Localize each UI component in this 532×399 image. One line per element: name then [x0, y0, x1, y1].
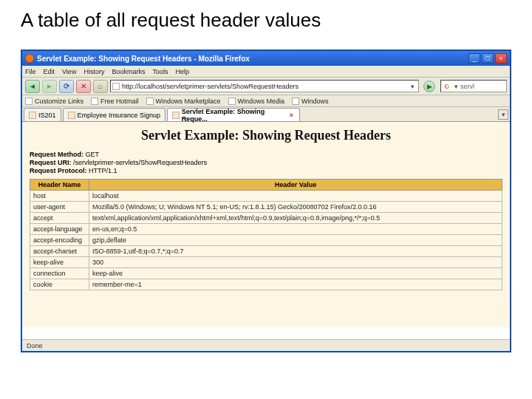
reload-button[interactable]: ⟳ [59, 80, 74, 93]
menu-bookmarks[interactable]: Bookmarks [112, 68, 145, 75]
request-protocol-line: Request Protocol: HTTP/1.1 [30, 167, 502, 174]
header-name-cell: connection [30, 268, 89, 279]
header-value-cell: ISO-8859-1,utf-8;q=0.7,*;q=0.7 [89, 246, 502, 257]
col-header-value: Header Value [89, 180, 502, 191]
header-name-cell: user-agent [30, 202, 89, 213]
window-minimize-button[interactable]: _ [468, 53, 480, 64]
tab-list-dropdown-icon[interactable]: ▾ [498, 109, 508, 120]
header-name-cell: cookie [30, 279, 89, 290]
table-row: user-agentMozilla/5.0 (Windows; U; Windo… [30, 202, 502, 213]
window-close-button[interactable]: × [495, 53, 507, 64]
header-name-cell: accept-charset [30, 246, 89, 257]
search-engine-dropdown-icon[interactable]: ▾ [451, 83, 460, 90]
bookmark-free-hotmail[interactable]: Free Hotmail [91, 98, 139, 105]
bookmarks-toolbar: Customize Links Free Hotmail Windows Mar… [22, 95, 510, 107]
menu-edit[interactable]: Edit [44, 68, 55, 75]
url-text[interactable]: http://localhost/servletprimer-servlets/… [122, 83, 408, 90]
menubar: File Edit View History Bookmarks Tools H… [22, 66, 510, 78]
stop-button[interactable]: ✕ [76, 80, 91, 93]
search-box[interactable]: G ▾ servl [440, 80, 507, 92]
bookmark-customize-links[interactable]: Customize Links [25, 98, 83, 105]
bookmark-windows-media[interactable]: Windows Media [228, 98, 285, 105]
headers-table: Header Name Header Value hostlocalhostus… [30, 179, 502, 290]
search-input[interactable]: servl [460, 83, 505, 90]
header-name-cell: accept [30, 213, 89, 224]
table-row: hostlocalhost [30, 191, 502, 202]
url-dropdown-icon[interactable]: ▾ [408, 83, 417, 90]
header-value-cell: remember-me=1 [89, 279, 502, 290]
tab-label: IS201 [38, 112, 56, 119]
status-text: Done [27, 342, 43, 349]
menu-file[interactable]: File [25, 68, 36, 75]
header-value-cell: localhost [89, 191, 502, 202]
window-titlebar: Servlet Example: Showing Request Headers… [22, 51, 510, 66]
bookmark-icon [292, 98, 299, 105]
table-row: accept-charsetISO-8859-1,utf-8;q=0.7,*;q… [30, 246, 502, 257]
request-uri-line: Request URI: /servletprimer-servlets/Sho… [30, 159, 502, 166]
window-maximize-button[interactable]: □ [482, 53, 494, 64]
col-header-name: Header Name [30, 180, 89, 191]
tab-favicon-icon [172, 112, 180, 119]
home-button[interactable]: ⌂ [93, 80, 108, 93]
tab-label: Servlet Example: Showing Reque... [182, 108, 286, 123]
tab-servlet-example[interactable]: Servlet Example: Showing Reque... × [167, 108, 300, 121]
header-value-cell: en-us,en;q=0.5 [89, 224, 502, 235]
bookmark-icon [25, 98, 33, 105]
header-name-cell: keep-alive [30, 257, 89, 268]
slide-title: A table of all request header values [0, 0, 532, 36]
page-content: Servlet Example: Showing Request Headers… [22, 122, 510, 327]
forward-button[interactable]: ► [42, 80, 57, 93]
header-name-cell: host [30, 191, 89, 202]
page-heading: Servlet Example: Showing Request Headers [30, 128, 502, 143]
status-bar: Done [22, 339, 510, 351]
menu-view[interactable]: View [62, 68, 76, 75]
tab-employee-insurance[interactable]: Employee Insurance Signup [63, 108, 166, 121]
request-method-line: Request Method: GET [30, 151, 502, 158]
header-value-cell: 300 [89, 257, 502, 268]
nav-toolbar: ◄ ► ⟳ ✕ ⌂ http://localhost/servletprimer… [22, 78, 510, 95]
bookmark-icon [91, 98, 98, 105]
tab-is201[interactable]: IS201 [24, 108, 61, 121]
header-value-cell: text/xml,application/xml,application/xht… [89, 213, 502, 224]
table-row: accepttext/xml,application/xml,applicati… [30, 213, 502, 224]
bookmark-icon [146, 98, 154, 105]
firefox-icon [25, 54, 34, 63]
header-name-cell: accept-language [30, 224, 89, 235]
table-row: accept-encodinggzip,deflate [30, 235, 502, 246]
go-button[interactable]: ▶ [423, 81, 435, 92]
header-value-cell: Mozilla/5.0 (Windows; U; Windows NT 5.1;… [89, 202, 502, 213]
tab-favicon-icon [29, 112, 36, 119]
header-value-cell: gzip,deflate [89, 235, 502, 246]
back-button[interactable]: ◄ [25, 80, 40, 93]
browser-window: Servlet Example: Showing Request Headers… [21, 50, 511, 352]
table-row: keep-alive300 [30, 257, 502, 268]
bookmark-windows-marketplace[interactable]: Windows Marketplace [146, 98, 221, 105]
address-bar[interactable]: http://localhost/servletprimer-servlets/… [110, 80, 419, 92]
tab-favicon-icon [68, 112, 75, 119]
table-row: accept-languageen-us,en;q=0.5 [30, 224, 502, 235]
menu-help[interactable]: Help [175, 68, 189, 75]
header-value-cell: keep-alive [89, 268, 502, 279]
menu-history[interactable]: History [83, 68, 104, 75]
table-row: cookieremember-me=1 [30, 279, 502, 290]
page-icon [112, 83, 120, 90]
bookmark-icon [228, 98, 236, 105]
bookmark-windows[interactable]: Windows [292, 98, 329, 105]
tab-label: Employee Insurance Signup [78, 112, 161, 119]
search-engine-icon[interactable]: G [443, 82, 451, 91]
window-title: Servlet Example: Showing Request Headers… [37, 55, 468, 63]
tab-close-icon[interactable]: × [288, 112, 295, 119]
menu-tools[interactable]: Tools [152, 68, 168, 75]
table-row: connectionkeep-alive [30, 268, 502, 279]
tab-bar: IS201 Employee Insurance Signup Servlet … [22, 107, 510, 122]
header-name-cell: accept-encoding [30, 235, 89, 246]
